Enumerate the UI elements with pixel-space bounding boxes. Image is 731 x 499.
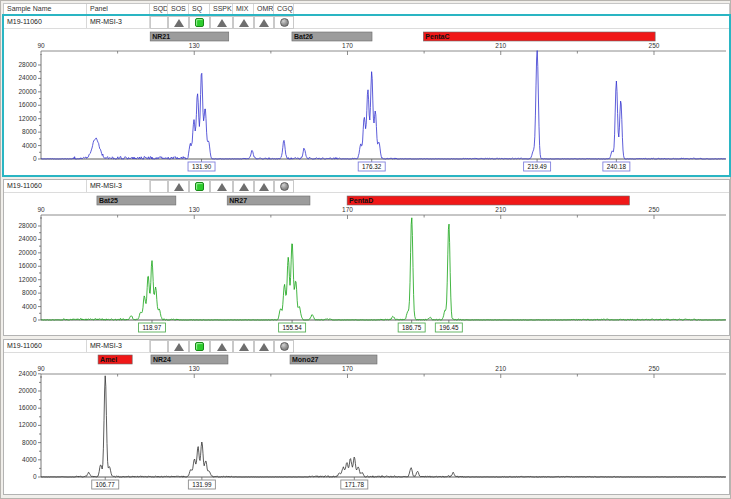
y-tick-label: 12000 <box>18 276 36 283</box>
panel-name: MR-MSI-3 <box>90 18 122 25</box>
sample-name-cell[interactable]: M19-11060 <box>4 340 87 352</box>
header-panel[interactable]: Panel <box>87 4 150 14</box>
x-tick-label: 210 <box>495 206 506 213</box>
y-tick-label: 12000 <box>18 115 36 122</box>
sample-name: M19-11060 <box>7 182 42 189</box>
peak-size-label: 240.18 <box>607 163 627 170</box>
marker-label: Amel <box>100 356 117 363</box>
marker-bar-pentad[interactable] <box>347 196 629 205</box>
y-tick-label: 20000 <box>18 88 36 95</box>
header-sq[interactable]: SQ <box>189 4 210 14</box>
header-sos[interactable]: SOS <box>168 4 189 14</box>
flag-cell-sspk[interactable] <box>210 16 233 29</box>
flag-cell-mix[interactable] <box>233 180 254 193</box>
x-tick-label: 170 <box>342 365 353 372</box>
flag-cell-sq[interactable] <box>189 180 210 193</box>
panel-cell[interactable]: MR-MSI-3 <box>87 180 150 192</box>
flag-cell-mix[interactable] <box>233 340 254 353</box>
panel-name: MR-MSI-3 <box>90 342 122 349</box>
header-mix[interactable]: MIX <box>233 4 254 14</box>
flag-cell-sos[interactable] <box>168 180 189 193</box>
marker-label: PentaC <box>425 33 449 40</box>
flag-cell-sos[interactable] <box>168 16 189 29</box>
x-tick-label: 210 <box>495 42 506 49</box>
header-cgq[interactable]: CGQ <box>274 4 294 14</box>
y-tick-label: 8000 <box>22 289 37 296</box>
marker-label: PentaD <box>349 197 373 204</box>
y-tick-label: 8000 <box>22 128 37 135</box>
marker-label: Bat26 <box>294 33 313 40</box>
warning-triangle-icon <box>239 343 249 351</box>
x-tick-label: 90 <box>37 206 45 213</box>
header-omr[interactable]: OMR <box>254 4 274 14</box>
flag-cells <box>150 340 294 352</box>
warning-triangle-icon <box>259 343 269 351</box>
warning-triangle-icon <box>217 19 227 27</box>
marker-label: Bat25 <box>99 197 118 204</box>
header-sspk[interactable]: SSPK <box>210 4 233 14</box>
flag-cell-omr[interactable] <box>254 16 274 29</box>
x-tick-label: 130 <box>189 206 200 213</box>
flag-cell-cgq[interactable] <box>274 16 294 29</box>
x-tick-label: 90 <box>37 42 45 49</box>
peak-size-label: 131.99 <box>192 481 212 488</box>
panel-cell[interactable]: MR-MSI-3 <box>87 16 150 28</box>
y-tick-label: 0 <box>33 316 37 323</box>
flag-cell-sos[interactable] <box>168 340 189 353</box>
flag-cell-cgq[interactable] <box>274 340 294 353</box>
flag-cell-mix[interactable] <box>233 16 254 29</box>
x-tick-label: 170 <box>342 42 353 49</box>
warning-triangle-icon <box>217 343 227 351</box>
status-circle-icon <box>280 182 289 191</box>
electropherogram-chart[interactable]: NR21Bat26PentaC9013017021025004000800012… <box>4 29 731 177</box>
flag-cell-sqd[interactable] <box>150 340 168 353</box>
warning-triangle-icon <box>174 183 184 191</box>
y-tick-label: 8000 <box>22 439 37 446</box>
flag-cell-sq[interactable] <box>189 16 210 29</box>
header-sample-name[interactable]: Sample Name <box>4 4 87 14</box>
y-tick-label: 16000 <box>18 101 36 108</box>
x-tick-label: 130 <box>189 42 200 49</box>
marker-bar-pentac[interactable] <box>423 32 655 41</box>
electropherogram-chart[interactable]: Bat25NR27PentaD9013017021025004000800012… <box>4 193 731 337</box>
sample-name-cell[interactable]: M19-11060 <box>4 16 87 28</box>
x-tick-label: 170 <box>342 206 353 213</box>
quality-pass-square-icon <box>195 18 204 27</box>
y-tick-label: 20000 <box>18 249 36 256</box>
y-tick-label: 28000 <box>18 222 36 229</box>
flag-cell-sqd[interactable] <box>150 16 168 29</box>
header-filler <box>294 4 729 14</box>
flag-cells <box>150 180 294 192</box>
marker-label: Mono27 <box>292 356 319 363</box>
y-tick-label: 24000 <box>18 235 36 242</box>
x-tick-label: 250 <box>649 365 660 372</box>
warning-triangle-icon <box>217 183 227 191</box>
electropherogram-chart[interactable]: AmelNR24Mono2790130170210250040008000120… <box>4 353 731 496</box>
flag-cell-sspk[interactable] <box>210 180 233 193</box>
sample-panel-2[interactable]: M19-11060 MR-MSI-3 Bat25NR27PentaD901301… <box>3 179 730 336</box>
peak-size-label: 106.77 <box>96 481 116 488</box>
header-sqd[interactable]: SQD <box>150 4 168 14</box>
panel-cell[interactable]: MR-MSI-3 <box>87 340 150 352</box>
peak-size-label: 219.49 <box>527 163 547 170</box>
warning-triangle-icon <box>174 343 184 351</box>
peak-size-label: 186.75 <box>402 324 422 331</box>
flag-cell-cgq[interactable] <box>274 180 294 193</box>
flag-cell-omr[interactable] <box>254 340 274 353</box>
x-tick-label: 130 <box>189 365 200 372</box>
sample-panel-1[interactable]: M19-11060 MR-MSI-3 NR21Bat26PentaC901301… <box>3 15 730 176</box>
flag-cell-sq[interactable] <box>189 340 210 353</box>
y-tick-label: 24000 <box>18 74 36 81</box>
x-tick-label: 210 <box>495 365 506 372</box>
y-tick-label: 16000 <box>18 262 36 269</box>
flag-cell-omr[interactable] <box>254 180 274 193</box>
flag-cell-sqd[interactable] <box>150 180 168 193</box>
flag-cell-sspk[interactable] <box>210 340 233 353</box>
electropherogram-trace <box>41 218 726 320</box>
status-circle-icon <box>280 342 289 351</box>
sample-panel-3[interactable]: M19-11060 MR-MSI-3 AmelNR24Mono279013017… <box>3 339 730 495</box>
x-tick-label: 250 <box>649 42 660 49</box>
y-tick-label: 20000 <box>18 387 36 394</box>
y-tick-label: 4000 <box>22 142 37 149</box>
sample-name-cell[interactable]: M19-11060 <box>4 180 87 192</box>
